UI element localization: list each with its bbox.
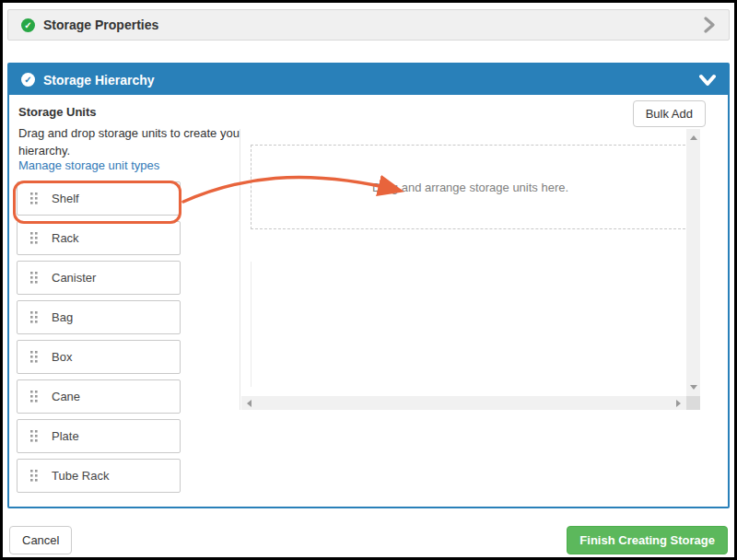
manage-storage-unit-types-link[interactable]: Manage storage unit types bbox=[18, 158, 159, 172]
finish-creating-storage-button[interactable]: Finish Creating Storage bbox=[567, 526, 728, 554]
unit-item-cane[interactable]: Cane bbox=[17, 379, 181, 414]
secondary-dropzone[interactable] bbox=[251, 262, 690, 387]
drag-grip-icon bbox=[30, 311, 38, 323]
chevron-down-icon bbox=[699, 74, 716, 87]
scroll-up-icon[interactable] bbox=[690, 135, 697, 140]
hierarchy-description: Drag and drop storage units to create yo… bbox=[18, 125, 251, 160]
unit-item-canister[interactable]: Canister bbox=[17, 261, 181, 295]
drag-grip-icon bbox=[30, 192, 38, 204]
unit-item-bag[interactable]: Bag bbox=[17, 300, 181, 334]
storage-hierarchy-header[interactable]: ✓ Storage Hierarchy bbox=[9, 64, 728, 95]
horizontal-scrollbar[interactable] bbox=[241, 396, 686, 410]
storage-properties-header[interactable]: ✓ Storage Properties bbox=[7, 9, 730, 41]
scroll-down-icon[interactable] bbox=[690, 385, 697, 390]
drag-grip-icon bbox=[30, 272, 38, 284]
storage-units-heading: Storage Units bbox=[18, 105, 97, 119]
unit-item-tube-rack[interactable]: Tube Rack bbox=[17, 459, 181, 493]
dropzone[interactable]: Drag and arrange storage units here. bbox=[251, 145, 690, 229]
drag-grip-icon bbox=[30, 470, 38, 482]
unit-item-label: Canister bbox=[52, 271, 96, 285]
scroll-right-icon[interactable] bbox=[676, 400, 681, 407]
scroll-left-icon[interactable] bbox=[247, 400, 252, 407]
storage-hierarchy-body: Storage Units Bulk Add Drag and drop sto… bbox=[9, 95, 728, 507]
dropzone-hint: Drag and arrange storage units here. bbox=[372, 181, 568, 194]
storage-unit-list: Shelf Rack Canister Bag Box bbox=[17, 181, 181, 498]
unit-item-label: Tube Rack bbox=[52, 469, 109, 483]
vertical-scrollbar[interactable] bbox=[686, 129, 700, 396]
check-circle-icon: ✓ bbox=[21, 18, 35, 32]
cancel-button[interactable]: Cancel bbox=[9, 526, 72, 554]
check-circle-icon: ✓ bbox=[21, 73, 35, 87]
unit-item-label: Box bbox=[52, 350, 72, 364]
unit-item-label: Cane bbox=[52, 390, 80, 403]
drag-grip-icon bbox=[30, 391, 38, 402]
unit-item-rack[interactable]: Rack bbox=[17, 221, 181, 255]
chevron-right-icon bbox=[703, 17, 716, 33]
hierarchy-canvas[interactable]: Drag and arrange storage units here. bbox=[240, 129, 700, 410]
unit-item-box[interactable]: Box bbox=[17, 340, 181, 374]
drag-grip-icon bbox=[30, 351, 38, 363]
storage-hierarchy-title: Storage Hierarchy bbox=[43, 73, 155, 88]
unit-item-label: Rack bbox=[52, 231, 79, 245]
storage-properties-title: Storage Properties bbox=[43, 18, 158, 32]
unit-item-plate[interactable]: Plate bbox=[17, 419, 181, 453]
storage-hierarchy-panel: ✓ Storage Hierarchy Storage Units Bulk A… bbox=[7, 63, 730, 508]
drag-grip-icon bbox=[30, 232, 38, 244]
unit-item-shelf[interactable]: Shelf bbox=[17, 181, 181, 216]
unit-item-label: Bag bbox=[52, 310, 73, 324]
bulk-add-button[interactable]: Bulk Add bbox=[633, 100, 706, 127]
drag-grip-icon bbox=[30, 430, 38, 442]
page: ✓ Storage Properties ✓ Storage Hierarchy… bbox=[0, 0, 737, 560]
unit-item-label: Shelf bbox=[52, 192, 79, 205]
scrollbar-corner bbox=[686, 396, 700, 410]
unit-item-label: Plate bbox=[52, 429, 79, 443]
